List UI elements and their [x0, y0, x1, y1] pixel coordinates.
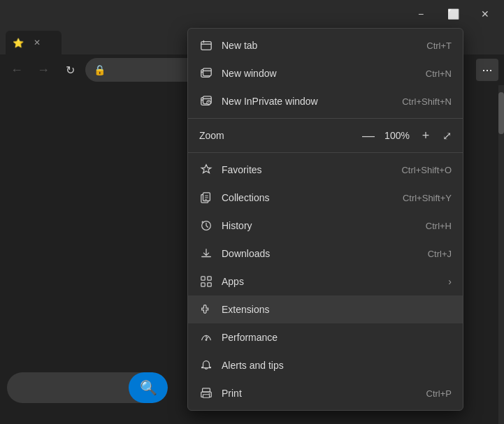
menu-item-alerts[interactable]: Alerts and tips [188, 351, 463, 379]
print-icon [199, 386, 213, 400]
history-label: History [222, 220, 417, 231]
menu-item-downloads[interactable]: Downloads Ctrl+J [188, 240, 463, 268]
svg-point-6 [208, 103, 209, 104]
inprivate-icon [199, 94, 213, 108]
close-button[interactable]: ✕ [469, 3, 501, 25]
apps-icon [199, 275, 213, 288]
scrollbar-thumb[interactable] [498, 92, 504, 134]
menu-item-extensions[interactable]: Extensions [188, 295, 463, 323]
maximize-button[interactable]: ⬜ [437, 3, 469, 25]
zoom-in-button[interactable]: + [417, 127, 434, 144]
svg-rect-2 [203, 68, 212, 76]
apps-label: Apps [222, 276, 442, 287]
menu-item-performance[interactable]: Performance [188, 323, 463, 351]
history-icon [199, 219, 213, 233]
zoom-out-button[interactable]: — [360, 127, 377, 144]
menu-item-print[interactable]: Print Ctrl+P [188, 379, 463, 407]
print-shortcut: Ctrl+P [426, 388, 452, 399]
settings-menu-button[interactable]: ··· [476, 59, 498, 81]
svg-rect-17 [203, 395, 210, 398]
menu-item-inprivate[interactable]: New InPrivate window Ctrl+Shift+N [188, 87, 463, 115]
extensions-icon [199, 302, 213, 316]
svg-rect-13 [208, 283, 211, 286]
extensions-label: Extensions [222, 304, 452, 315]
collections-shortcut: Ctrl+Shift+Y [403, 193, 452, 203]
favorites-shortcut: Ctrl+Shift+O [401, 165, 452, 175]
separator-2 [188, 152, 463, 153]
tab-close-icon[interactable]: ✕ [34, 38, 41, 47]
downloads-shortcut: Ctrl+J [428, 249, 452, 259]
separator-1 [188, 118, 463, 119]
favorites-icon [199, 163, 213, 177]
new-tab-icon [199, 38, 213, 52]
history-shortcut: Ctrl+H [426, 221, 452, 231]
svg-rect-15 [203, 388, 210, 392]
lock-icon: 🔒 [94, 64, 106, 75]
performance-label: Performance [222, 332, 452, 343]
zoom-value: 100% [382, 130, 412, 141]
downloads-icon [199, 247, 213, 261]
tab-favicon-icon: ⭐ [13, 38, 24, 48]
new-window-icon [199, 66, 213, 80]
search-button[interactable]: 🔍 [129, 372, 168, 403]
forward-button[interactable]: → [32, 59, 55, 81]
menu-item-favorites[interactable]: Favorites Ctrl+Shift+O [188, 156, 463, 184]
svg-rect-12 [201, 283, 205, 286]
performance-icon [199, 330, 213, 344]
inprivate-shortcut: Ctrl+Shift+N [402, 96, 452, 107]
menu-item-collections[interactable]: Collections Ctrl+Shift+Y [188, 184, 463, 212]
menu-item-new-window[interactable]: New window Ctrl+N [188, 59, 463, 87]
downloads-label: Downloads [222, 248, 419, 259]
menu-item-history[interactable]: History Ctrl+H [188, 212, 463, 240]
alerts-icon [199, 358, 213, 372]
collections-label: Collections [222, 192, 394, 203]
zoom-controls: — 100% + ⤢ [360, 127, 452, 144]
zoom-expand-button[interactable]: ⤢ [442, 129, 452, 142]
menu-item-new-tab[interactable]: New tab Ctrl+T [188, 31, 463, 59]
refresh-button[interactable]: ↻ [59, 59, 81, 81]
alerts-label: Alerts and tips [222, 360, 452, 371]
print-label: Print [222, 388, 418, 399]
new-window-shortcut: Ctrl+N [426, 68, 452, 79]
inprivate-label: New InPrivate window [222, 96, 394, 107]
menu-item-apps[interactable]: Apps › [188, 268, 463, 295]
favorites-label: Favorites [222, 164, 393, 175]
ellipsis-icon: ··· [482, 63, 492, 78]
svg-point-18 [209, 393, 210, 395]
new-tab-label: New tab [222, 40, 418, 51]
title-bar: − ⬜ ✕ [0, 0, 504, 28]
apps-arrow-icon: › [448, 276, 452, 287]
new-tab-shortcut: Ctrl+T [426, 41, 452, 51]
page-search-bar: 🔍 [7, 372, 168, 403]
zoom-label: Zoom [199, 130, 360, 141]
svg-rect-11 [208, 277, 211, 280]
scrollbar[interactable] [498, 85, 504, 424]
minimize-button[interactable]: − [405, 3, 437, 25]
collections-icon [199, 191, 213, 205]
context-menu: New tab Ctrl+T New window Ctrl+N [187, 28, 463, 411]
back-button[interactable]: ← [6, 59, 28, 81]
new-window-label: New window [222, 68, 417, 79]
browser-window: − ⬜ ✕ ⭐ ✕ ← → ↻ 🔒 ☆ ⊞ 🖱 b ··· [0, 0, 504, 424]
svg-rect-10 [201, 277, 205, 280]
svg-rect-0 [201, 42, 211, 50]
zoom-row: Zoom — 100% + ⤢ [188, 122, 463, 149]
active-tab[interactable]: ⭐ ✕ [6, 31, 62, 54]
